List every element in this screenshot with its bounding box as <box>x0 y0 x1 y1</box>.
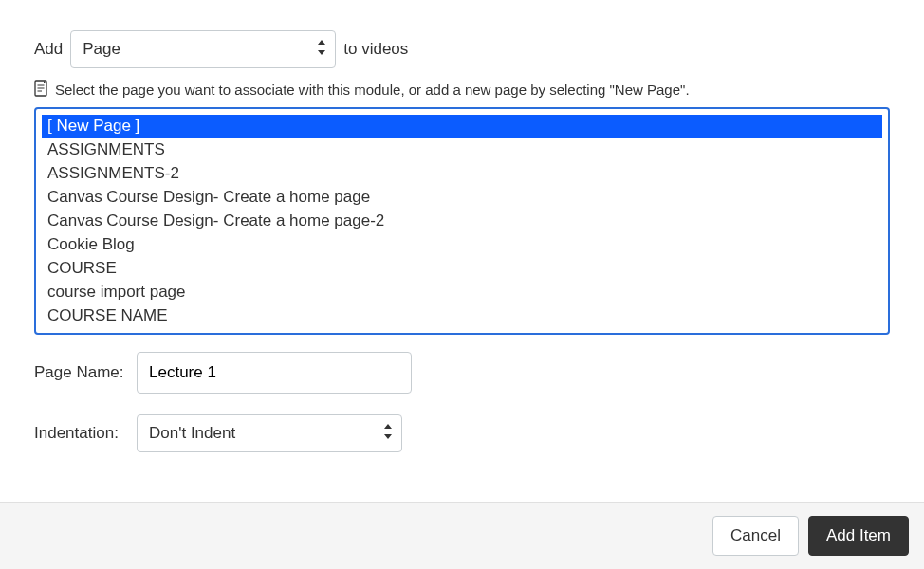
page-name-label: Page Name: <box>34 363 127 382</box>
list-item[interactable]: course import page <box>42 281 882 304</box>
add-suffix-label: to videos <box>343 40 408 59</box>
page-listbox[interactable]: [ New Page ]ASSIGNMENTSASSIGNMENTS-2Canv… <box>34 107 890 335</box>
indentation-select[interactable]: Don't Indent <box>137 414 402 452</box>
instruction-text: Select the page you want to associate wi… <box>55 82 690 98</box>
page-name-input[interactable] <box>137 352 412 394</box>
dialog-footer: Cancel Add Item <box>0 502 924 569</box>
list-item[interactable]: ASSIGNMENTS <box>42 138 882 162</box>
page-name-row: Page Name: <box>34 352 890 394</box>
add-type-row: Add Page to videos <box>34 30 890 68</box>
list-item[interactable]: COURSE <box>42 257 882 281</box>
indentation-selected-value: Don't Indent <box>149 424 235 443</box>
indentation-label: Indentation: <box>34 424 127 443</box>
add-item-button[interactable]: Add Item <box>808 516 909 556</box>
list-item[interactable]: Cookie Blog <box>42 233 882 257</box>
instruction-row: Select the page you want to associate wi… <box>34 80 890 100</box>
cancel-button[interactable]: Cancel <box>712 516 799 556</box>
item-type-selected-value: Page <box>83 40 120 59</box>
item-type-select[interactable]: Page <box>70 30 336 68</box>
list-item[interactable]: ASSIGNMENTS-2 <box>42 162 882 186</box>
document-icon <box>34 80 49 100</box>
indentation-row: Indentation: Don't Indent <box>34 414 890 452</box>
dialog-body: Add Page to videos Select the page you w… <box>0 0 924 492</box>
add-prefix-label: Add <box>34 40 63 59</box>
list-item[interactable]: Canvas Course Design- Create a home page… <box>42 210 882 233</box>
list-item[interactable]: [ New Page ] <box>42 115 882 138</box>
list-item[interactable]: Canvas Course Design- Create a home page <box>42 186 882 210</box>
list-item[interactable]: COURSE NAME <box>42 304 882 328</box>
